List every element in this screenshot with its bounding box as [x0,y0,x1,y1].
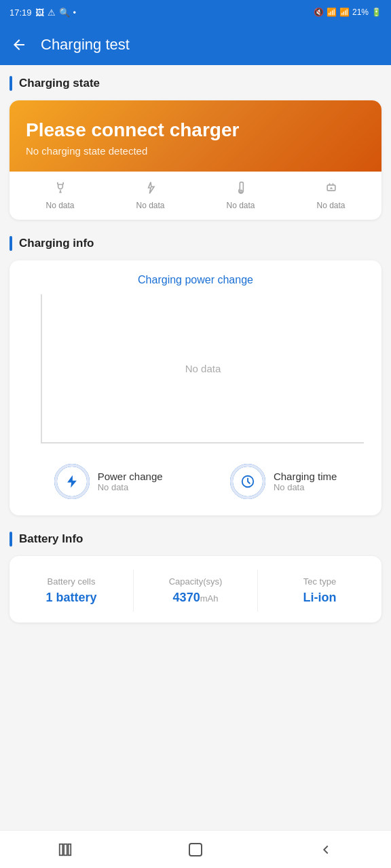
chart-no-data-label: No data [185,363,221,374]
battery-percent: 21% [352,7,369,17]
charging-info-section-header: Charging info [10,236,381,251]
metric-temp-value: No data [226,201,255,210]
svg-rect-4 [64,844,67,855]
recent-apps-button[interactable] [45,836,86,863]
battery-type-value: Li-ion [303,591,337,605]
battery-cells-label: Battery cells [48,576,96,587]
power-change-icon [54,464,90,499]
battery-capacity-col: Capacity(sys) 4370mAh [134,570,258,612]
metric-power-value: No data [316,201,345,210]
svg-point-2 [242,476,254,488]
metric-current: No data [136,181,164,210]
ampere-icon [144,181,157,198]
thermometer-icon [234,181,248,198]
charging-metrics: No data No data No data [10,172,381,220]
battery-info-card: Battery cells 1 battery Capacity(sys) 43… [10,556,381,623]
power-change-value: No data [98,482,163,492]
home-button[interactable] [175,836,216,863]
signal-icon: 📶 [339,7,350,17]
back-button[interactable] [11,37,27,53]
main-content: Charging state Please connect charger No… [0,65,391,650]
power-change-stat: Power change No data [54,464,163,499]
metric-voltage-value: No data [45,201,74,210]
charging-banner-subtitle: No charging state detected [26,145,365,157]
charging-info-title: Charging info [19,237,94,250]
battery-capacity-label: Capacity(sys) [169,576,223,587]
battery-type-col: Tec type Li-ion [258,570,381,612]
charging-state-title: Charging state [19,77,100,90]
section-accent-bar [10,76,12,91]
charging-time-value: No data [274,482,337,492]
battery-icon: 🔋 [371,7,381,17]
charging-banner: Please connect charger No charging state… [10,100,381,172]
charging-info-card: Charging power change No data Power chan… [10,260,381,515]
app-bar: Charging test [0,24,391,65]
plug-icon [54,181,67,198]
svg-rect-5 [69,844,71,855]
charging-time-stat: Charging time No data [230,464,337,499]
back-nav-button[interactable] [305,836,346,863]
power-change-label: Power change [98,471,163,482]
status-right: 🔇 📶 📶 21% 🔋 [314,7,381,17]
mute-icon: 🔇 [314,7,324,17]
battery-cells-value: 1 battery [45,591,96,605]
charging-banner-title: Please connect charger [26,119,365,141]
search-icon: 🔍 [59,7,70,18]
battery-cells-col: Battery cells 1 battery [10,570,134,612]
svg-rect-3 [60,844,63,855]
section-accent-bar-2 [10,236,12,251]
charging-time-label: Charging time [274,471,337,482]
battery-capacity-value: 4370mAh [173,591,219,605]
wifi-icon: 📶 [327,7,337,17]
section-accent-bar-3 [10,532,12,547]
gallery-icon: 🖼 [35,7,44,18]
dot-icon: • [73,7,77,18]
time: 17:19 [10,7,32,18]
charging-state-section-header: Charging state [10,76,381,91]
page-title: Charging test [41,36,130,54]
battery-table: Battery cells 1 battery Capacity(sys) 43… [10,570,381,612]
battery-type-label: Tec type [303,576,336,587]
charging-state-card: Please connect charger No charging state… [10,100,381,220]
metric-current-value: No data [136,201,164,210]
battery-info-title: Battery Info [19,532,83,546]
alert-icon: ⚠ [48,7,56,18]
metric-voltage: No data [45,181,74,210]
battery-info-section-header: Battery Info [10,532,381,547]
status-left: 17:19 🖼 ⚠ 🔍 • [10,7,76,18]
metric-temp: No data [226,181,255,210]
charging-time-icon [230,464,265,499]
svg-point-0 [240,190,242,192]
charger-icon [324,181,338,198]
chart-area: No data [41,294,364,443]
chart-stats: Power change No data Charging time No da… [20,457,371,502]
svg-rect-6 [189,844,202,856]
status-bar: 17:19 🖼 ⚠ 🔍 • 🔇 📶 📶 21% 🔋 [0,0,391,24]
bottom-nav [0,830,391,868]
chart-title: Charging power change [20,274,371,286]
metric-power: No data [316,181,345,210]
